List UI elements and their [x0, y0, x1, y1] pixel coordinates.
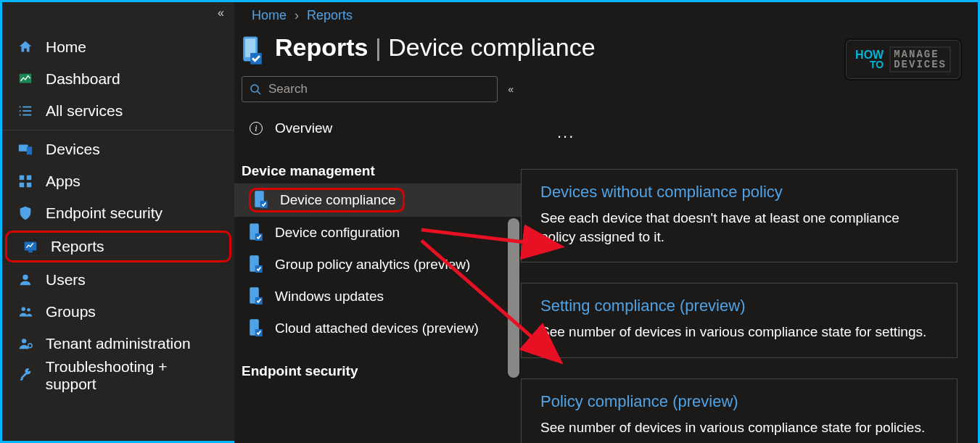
card-desc: See number of devices in various complia… — [540, 323, 938, 341]
category-endpoint-security: Endpoint security — [234, 344, 521, 384]
sidebar-item-all-services[interactable]: All services — [2, 95, 234, 127]
device-icon — [254, 191, 268, 209]
breadcrumb-reports[interactable]: Reports — [307, 8, 353, 22]
svg-point-18 — [22, 339, 26, 343]
sub-label: Device compliance — [280, 192, 395, 208]
breadcrumb-home[interactable]: Home — [252, 8, 287, 22]
sidebar-item-troubleshooting[interactable]: Troubleshooting + support — [2, 360, 234, 392]
sidebar-label: Home — [46, 38, 86, 56]
device-icon — [249, 320, 263, 337]
card-setting-compliance[interactable]: Setting compliance (preview) See number … — [521, 283, 958, 358]
sidebar-label: All services — [46, 102, 123, 120]
list-icon — [17, 102, 34, 120]
chevron-right-icon: › — [295, 8, 299, 22]
sidebar-label: Endpoint security — [46, 204, 162, 222]
card-policy-compliance[interactable]: Policy compliance (preview) See number o… — [521, 378, 958, 443]
category-device-management: Device management — [234, 144, 521, 183]
reports-icon — [22, 238, 39, 255]
card-title: Setting compliance (preview) — [540, 297, 938, 315]
breadcrumb: Home › Reports — [234, 2, 978, 23]
wrench-icon — [17, 367, 34, 384]
sidebar-item-groups[interactable]: Groups — [2, 296, 234, 328]
svg-point-15 — [22, 275, 28, 280]
svg-rect-9 — [20, 175, 24, 180]
search-input[interactable]: Search — [242, 76, 498, 102]
cards-area: ··· Devices without compliance policy Se… — [521, 76, 978, 443]
panel-collapse-icon[interactable]: « — [508, 83, 514, 95]
svg-line-24 — [258, 91, 260, 94]
sidebar-item-dashboard[interactable]: Dashboard — [2, 63, 234, 95]
sidebar-label: Groups — [46, 303, 96, 320]
more-actions-button[interactable]: ··· — [557, 127, 575, 146]
watermark-text: DEVICES — [894, 59, 947, 70]
svg-rect-8 — [27, 146, 32, 154]
watermark-logo: HOW TO MANAGE DEVICES — [846, 40, 960, 79]
devices-icon — [17, 141, 34, 158]
svg-point-19 — [28, 344, 32, 348]
card-desc: See each device that doesn't have at lea… — [540, 209, 938, 246]
card-devices-without-policy[interactable]: Devices without compliance policy See ea… — [521, 169, 958, 262]
scrollbar[interactable] — [506, 218, 521, 443]
sub-item-cloud-attached[interactable]: Cloud attached devices (preview) — [234, 312, 521, 344]
page-title: Reports | Device compliance — [275, 33, 596, 62]
watermark-text: MANAGE — [894, 49, 947, 59]
card-title: Devices without compliance policy — [540, 183, 938, 202]
device-icon — [249, 224, 263, 241]
svg-point-17 — [27, 308, 30, 312]
admin-icon — [17, 335, 34, 352]
info-icon: i — [249, 120, 263, 137]
dashboard-icon — [17, 70, 34, 88]
sidebar-label: Users — [46, 271, 86, 289]
apps-icon — [17, 173, 34, 190]
sidebar-item-devices[interactable]: Devices — [2, 133, 234, 165]
search-placeholder: Search — [268, 82, 308, 96]
card-title: Policy compliance (preview) — [540, 392, 938, 411]
sub-item-windows-updates[interactable]: Windows updates — [234, 281, 521, 312]
device-icon — [249, 256, 263, 273]
sub-item-overview[interactable]: i Overview — [234, 112, 521, 144]
sub-label: Device configuration — [275, 225, 400, 241]
card-desc: See number of devices in various complia… — [540, 418, 938, 437]
sidebar-label: Reports — [51, 238, 104, 255]
sidebar: « Home Dashboard All services Devices Ap… — [2, 2, 234, 441]
sub-item-group-policy[interactable]: Group policy analytics (preview) — [234, 249, 521, 281]
search-icon — [250, 83, 261, 95]
scrollbar-thumb[interactable] — [508, 218, 519, 378]
sub-item-device-compliance[interactable]: Device compliance — [234, 183, 521, 217]
svg-point-16 — [22, 307, 26, 312]
device-icon — [249, 288, 263, 305]
sidebar-item-home[interactable]: Home — [2, 31, 234, 63]
sub-item-device-configuration[interactable]: Device configuration — [234, 217, 521, 249]
sidebar-item-reports[interactable]: Reports — [5, 231, 231, 262]
svg-rect-14 — [28, 251, 33, 253]
divider — [2, 130, 234, 131]
sub-label: Overview — [275, 120, 332, 136]
shield-icon — [17, 204, 34, 222]
sidebar-item-tenant-admin[interactable]: Tenant administration — [2, 328, 234, 360]
sub-nav-panel: Search « i Overview Device management De… — [234, 76, 521, 443]
svg-rect-11 — [20, 183, 24, 187]
svg-rect-12 — [27, 183, 31, 187]
sidebar-label: Troubleshooting + support — [46, 358, 220, 393]
sidebar-item-apps[interactable]: Apps — [2, 165, 234, 197]
device-compliance-icon — [240, 36, 265, 60]
sidebar-label: Devices — [46, 141, 100, 158]
sidebar-collapse-icon[interactable]: « — [218, 7, 224, 20]
sidebar-item-endpoint-security[interactable]: Endpoint security — [2, 197, 234, 229]
sub-label: Windows updates — [275, 289, 384, 305]
sidebar-label: Apps — [46, 173, 81, 190]
svg-rect-7 — [19, 145, 28, 152]
user-icon — [17, 271, 34, 289]
svg-point-23 — [251, 85, 258, 92]
home-icon — [17, 38, 34, 56]
sidebar-label: Tenant administration — [46, 335, 191, 352]
groups-icon — [17, 303, 34, 320]
sidebar-item-users[interactable]: Users — [2, 264, 234, 296]
svg-rect-10 — [27, 175, 31, 180]
sidebar-label: Dashboard — [46, 70, 120, 88]
watermark-text: TO — [855, 60, 884, 70]
sub-label: Group policy analytics (preview) — [275, 257, 470, 273]
sub-label: Cloud attached devices (preview) — [275, 320, 479, 336]
